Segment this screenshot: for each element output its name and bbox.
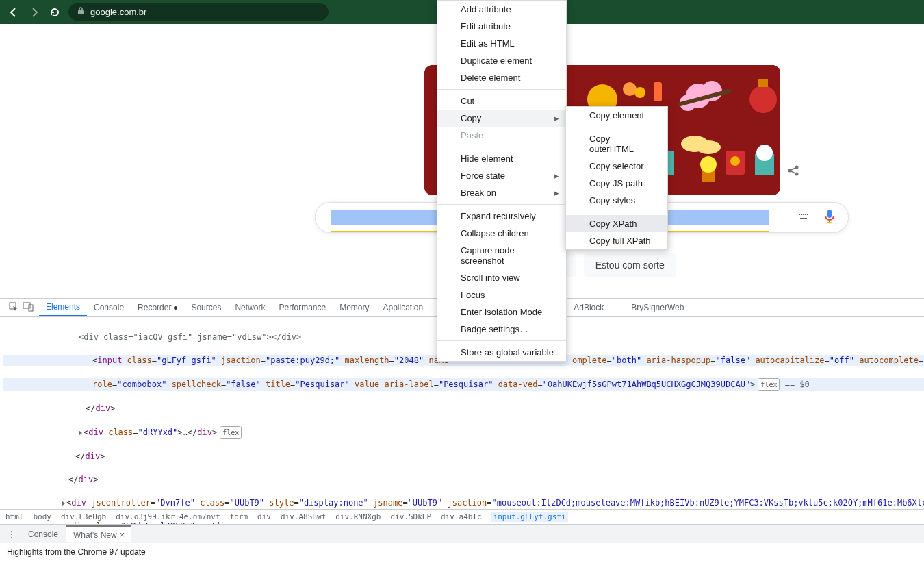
- breadcrumbs: htmlbodydiv.L3eUgbdiv.o3j99.ikrT4e.om7nv…: [0, 509, 924, 524]
- devtools-tab-console[interactable]: Console: [87, 299, 131, 316]
- svg-rect-42: [827, 210, 832, 218]
- devtools-drawer: ⋮ Console What's New× Highlights from th…: [0, 524, 924, 574]
- inspect-icon[interactable]: [9, 302, 18, 314]
- menu-item-cut[interactable]: Cut: [437, 92, 566, 110]
- svg-point-34: [795, 173, 799, 176]
- device-icon[interactable]: [23, 302, 34, 314]
- menu-item-add-attribute[interactable]: Add attribute: [437, 1, 566, 18]
- mic-icon[interactable]: [823, 209, 836, 226]
- lock-icon: [77, 7, 85, 17]
- menu-item-paste: Paste: [437, 127, 566, 144]
- menu-item-focus[interactable]: Focus: [437, 286, 566, 303]
- drawer-tab-console[interactable]: Console: [21, 527, 65, 542]
- share-icon[interactable]: [787, 164, 799, 179]
- menu-item-break-on[interactable]: Break on: [437, 184, 566, 201]
- breadcrumb-item[interactable]: div.L3eUgb: [61, 512, 106, 521]
- close-icon[interactable]: ×: [120, 529, 125, 540]
- breadcrumb-item[interactable]: html: [5, 512, 24, 521]
- devtools-tab-recorder[interactable]: Recorder: [131, 299, 184, 316]
- svg-rect-41: [800, 218, 807, 219]
- devtools-tab-adblock[interactable]: AdBlock: [567, 299, 611, 316]
- svg-point-25: [756, 145, 773, 161]
- breadcrumb-item[interactable]: form: [230, 512, 248, 521]
- keyboard-icon[interactable]: [797, 212, 810, 223]
- drawer-content: Highlights from the Chrome 97 update: [0, 543, 924, 574]
- menu-item-badge-settings-[interactable]: Badge settings…: [437, 321, 566, 338]
- menu-item-scroll-into-view[interactable]: Scroll into view: [437, 269, 566, 286]
- menu-item-copy-selector[interactable]: Copy selector: [566, 158, 667, 175]
- reload-button[interactable]: [48, 5, 62, 19]
- forward-button[interactable]: [27, 5, 41, 19]
- svg-rect-38: [803, 214, 804, 215]
- breadcrumb-item[interactable]: div.a4bIc: [441, 512, 482, 521]
- back-button[interactable]: [7, 5, 21, 19]
- devtools-tab-brysignerweb[interactable]: BrySignerWeb: [624, 299, 691, 316]
- menu-item-collapse-children[interactable]: Collapse children: [437, 225, 566, 242]
- svg-rect-13: [758, 79, 768, 87]
- menu-item-copy-styles[interactable]: Copy styles: [566, 192, 667, 209]
- svg-rect-39: [805, 214, 806, 215]
- svg-point-32: [788, 169, 792, 173]
- menu-item-copy-outerhtml[interactable]: Copy outerHTML: [566, 130, 667, 158]
- devtools-tab-performance[interactable]: Performance: [272, 299, 333, 316]
- breadcrumb-item[interactable]: body: [34, 512, 52, 521]
- menu-item-copy-xpath[interactable]: Copy XPath: [566, 215, 667, 232]
- drawer-tab-whatsnew[interactable]: What's New×: [66, 525, 131, 542]
- svg-rect-37: [801, 214, 802, 215]
- menu-item-hide-element[interactable]: Hide element: [437, 150, 566, 167]
- svg-point-21: [696, 140, 721, 154]
- drawer-tabs: ⋮ Console What's New×: [0, 525, 924, 543]
- context-menu-main: Add attributeEdit attributeEdit as HTMLD…: [437, 0, 567, 362]
- menu-item-copy-js-path[interactable]: Copy JS path: [566, 175, 667, 192]
- menu-item-delete-element[interactable]: Delete element: [437, 69, 566, 86]
- svg-point-5: [623, 82, 637, 96]
- drawer-menu-icon[interactable]: ⋮: [3, 529, 20, 539]
- menu-item-capture-node-screenshot[interactable]: Capture node screenshot: [437, 242, 566, 269]
- breadcrumb-item[interactable]: div.SDkEP: [390, 512, 431, 521]
- svg-rect-35: [797, 212, 810, 221]
- menu-item-copy-full-xpath[interactable]: Copy full XPath: [566, 232, 667, 249]
- svg-point-12: [749, 86, 777, 113]
- devtools-tab-application[interactable]: Application: [376, 299, 431, 316]
- breadcrumb-item[interactable]: div.o3j99.ikrT4e.om7nvf: [116, 512, 220, 521]
- url-text: google.com.br: [90, 7, 146, 17]
- menu-item-edit-as-html[interactable]: Edit as HTML: [437, 35, 566, 52]
- svg-rect-40: [807, 214, 808, 215]
- breadcrumb-item[interactable]: div.RNNXgb: [335, 512, 381, 521]
- devtools-tab-network[interactable]: Network: [228, 299, 272, 316]
- context-menu-sub: Copy elementCopy outerHTMLCopy selectorC…: [565, 106, 668, 250]
- svg-rect-0: [78, 10, 84, 14]
- devtools-tab-memory[interactable]: Memory: [333, 299, 376, 316]
- devtools-tab-elements[interactable]: Elements: [39, 299, 87, 316]
- menu-item-force-state[interactable]: Force state: [437, 167, 566, 184]
- devtools-pickers: [3, 299, 39, 316]
- menu-item-copy-element[interactable]: Copy element: [566, 107, 667, 124]
- breadcrumb-item[interactable]: div: [257, 512, 271, 521]
- breadcrumb-item[interactable]: input.gLFyf.gsfi: [491, 512, 568, 522]
- url-bar[interactable]: google.com.br: [68, 3, 329, 21]
- svg-rect-7: [654, 82, 662, 101]
- svg-point-27: [700, 156, 717, 173]
- svg-rect-36: [799, 214, 800, 215]
- menu-item-enter-isolation-mode[interactable]: Enter Isolation Mode: [437, 303, 566, 321]
- svg-point-23: [730, 156, 740, 166]
- svg-point-33: [795, 166, 799, 169]
- svg-point-6: [634, 87, 645, 98]
- menu-item-edit-attribute[interactable]: Edit attribute: [437, 18, 566, 35]
- menu-item-expand-recursively[interactable]: Expand recursively: [437, 208, 566, 225]
- menu-item-store-as-global-variable[interactable]: Store as global variable: [437, 344, 566, 361]
- lucky-button[interactable]: Estou com sorte: [584, 253, 676, 277]
- menu-item-duplicate-element[interactable]: Duplicate element: [437, 52, 566, 69]
- breadcrumb-item[interactable]: div.A8SBwf: [281, 512, 326, 521]
- devtools-tab-sources[interactable]: Sources: [184, 299, 228, 316]
- menu-item-copy[interactable]: Copy: [437, 110, 566, 127]
